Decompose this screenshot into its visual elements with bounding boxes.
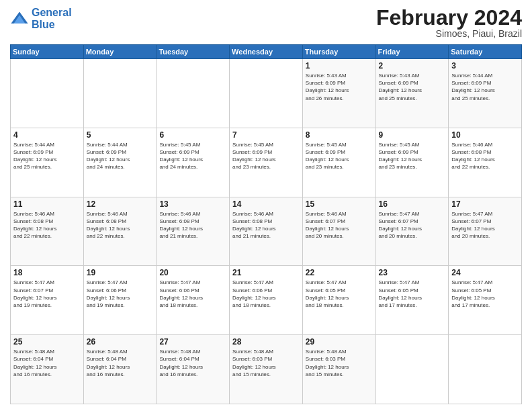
day-info: Sunrise: 5:44 AM Sunset: 6:09 PM Dayligh… [451,72,519,102]
day-info: Sunrise: 5:46 AM Sunset: 6:08 PM Dayligh… [159,210,226,240]
day-number: 21 [232,268,300,277]
col-monday: Monday [83,45,157,59]
day-number: 24 [451,268,519,277]
calendar-week-5: 25Sunrise: 5:48 AM Sunset: 6:04 PM Dayli… [11,335,522,404]
day-info: Sunrise: 5:47 AM Sunset: 6:07 PM Dayligh… [379,210,446,240]
calendar-cell: 11Sunrise: 5:46 AM Sunset: 6:08 PM Dayli… [11,197,84,266]
day-number: 14 [232,199,300,209]
calendar-cell: 16Sunrise: 5:47 AM Sunset: 6:07 PM Dayli… [375,197,449,266]
calendar-cell: 8Sunrise: 5:45 AM Sunset: 6:09 PM Daylig… [302,128,375,197]
day-number: 2 [379,61,446,71]
calendar-cell: 28Sunrise: 5:48 AM Sunset: 6:03 PM Dayli… [230,335,303,404]
calendar-cell: 5Sunrise: 5:44 AM Sunset: 6:09 PM Daylig… [83,128,157,197]
calendar-header: Sunday Monday Tuesday Wednesday Thursday… [11,45,522,59]
calendar-cell [157,59,230,128]
calendar-cell: 12Sunrise: 5:46 AM Sunset: 6:08 PM Dayli… [83,197,157,266]
day-info: Sunrise: 5:47 AM Sunset: 6:06 PM Dayligh… [87,279,154,309]
calendar-cell: 10Sunrise: 5:46 AM Sunset: 6:08 PM Dayli… [449,128,522,197]
calendar-body: 1Sunrise: 5:43 AM Sunset: 6:09 PM Daylig… [11,59,522,404]
logo: General Blue [10,7,72,31]
day-number: 1 [306,61,373,71]
col-wednesday: Wednesday [230,45,303,59]
calendar-cell: 18Sunrise: 5:47 AM Sunset: 6:07 PM Dayli… [11,266,84,335]
calendar-cell: 6Sunrise: 5:45 AM Sunset: 6:09 PM Daylig… [157,128,230,197]
calendar-cell: 24Sunrise: 5:47 AM Sunset: 6:05 PM Dayli… [449,266,522,335]
day-info: Sunrise: 5:45 AM Sunset: 6:09 PM Dayligh… [159,141,226,171]
day-number: 11 [13,199,81,209]
calendar-cell: 2Sunrise: 5:43 AM Sunset: 6:09 PM Daylig… [375,59,449,128]
col-sunday: Sunday [11,45,84,59]
col-thursday: Thursday [302,45,375,59]
day-number: 18 [13,268,81,277]
day-info: Sunrise: 5:43 AM Sunset: 6:09 PM Dayligh… [379,72,446,102]
calendar-cell: 19Sunrise: 5:47 AM Sunset: 6:06 PM Dayli… [83,266,157,335]
calendar-cell [83,59,157,128]
calendar-cell: 9Sunrise: 5:45 AM Sunset: 6:09 PM Daylig… [375,128,449,197]
day-info: Sunrise: 5:47 AM Sunset: 6:06 PM Dayligh… [159,279,226,309]
calendar-cell: 1Sunrise: 5:43 AM Sunset: 6:09 PM Daylig… [302,59,375,128]
day-number: 13 [159,199,226,209]
day-info: Sunrise: 5:46 AM Sunset: 6:08 PM Dayligh… [232,210,300,240]
day-number: 19 [87,268,154,277]
calendar-cell: 4Sunrise: 5:44 AM Sunset: 6:09 PM Daylig… [11,128,84,197]
day-info: Sunrise: 5:48 AM Sunset: 6:04 PM Dayligh… [87,348,154,378]
day-info: Sunrise: 5:43 AM Sunset: 6:09 PM Dayligh… [306,72,373,102]
calendar-cell: 14Sunrise: 5:46 AM Sunset: 6:08 PM Dayli… [230,197,303,266]
day-info: Sunrise: 5:47 AM Sunset: 6:07 PM Dayligh… [13,279,81,309]
day-number: 20 [159,268,226,277]
calendar-week-2: 4Sunrise: 5:44 AM Sunset: 6:09 PM Daylig… [11,128,522,197]
calendar-cell: 13Sunrise: 5:46 AM Sunset: 6:08 PM Dayli… [157,197,230,266]
col-saturday: Saturday [449,45,522,59]
location-subtitle: Simoes, Piaui, Brazil [376,28,522,39]
page: General Blue February 2024 Simoes, Piaui… [0,0,532,411]
day-info: Sunrise: 5:48 AM Sunset: 6:03 PM Dayligh… [306,348,373,378]
day-number: 29 [306,337,373,347]
calendar-cell: 25Sunrise: 5:48 AM Sunset: 6:04 PM Dayli… [11,335,84,404]
day-info: Sunrise: 5:44 AM Sunset: 6:09 PM Dayligh… [13,141,81,171]
calendar-cell: 3Sunrise: 5:44 AM Sunset: 6:09 PM Daylig… [449,59,522,128]
day-number: 15 [306,199,373,209]
col-tuesday: Tuesday [157,45,230,59]
day-number: 7 [232,130,300,140]
calendar-week-4: 18Sunrise: 5:47 AM Sunset: 6:07 PM Dayli… [11,266,522,335]
calendar-cell [449,335,522,404]
day-info: Sunrise: 5:46 AM Sunset: 6:08 PM Dayligh… [451,141,519,171]
day-info: Sunrise: 5:47 AM Sunset: 6:06 PM Dayligh… [232,279,300,309]
logo-icon [10,9,29,28]
day-info: Sunrise: 5:48 AM Sunset: 6:04 PM Dayligh… [159,348,226,378]
header-row: Sunday Monday Tuesday Wednesday Thursday… [11,45,522,59]
calendar-cell: 22Sunrise: 5:47 AM Sunset: 6:05 PM Dayli… [302,266,375,335]
day-number: 8 [306,130,373,140]
day-number: 23 [379,268,446,277]
day-info: Sunrise: 5:47 AM Sunset: 6:05 PM Dayligh… [306,279,373,309]
day-info: Sunrise: 5:47 AM Sunset: 6:05 PM Dayligh… [379,279,446,309]
day-info: Sunrise: 5:48 AM Sunset: 6:03 PM Dayligh… [232,348,300,378]
calendar-cell [230,59,303,128]
calendar-cell: 23Sunrise: 5:47 AM Sunset: 6:05 PM Dayli… [375,266,449,335]
day-number: 4 [13,130,81,140]
calendar-cell: 27Sunrise: 5:48 AM Sunset: 6:04 PM Dayli… [157,335,230,404]
day-info: Sunrise: 5:47 AM Sunset: 6:05 PM Dayligh… [451,279,519,309]
day-info: Sunrise: 5:46 AM Sunset: 6:07 PM Dayligh… [306,210,373,240]
header: General Blue February 2024 Simoes, Piaui… [10,7,522,39]
day-info: Sunrise: 5:48 AM Sunset: 6:04 PM Dayligh… [13,348,81,378]
day-number: 9 [379,130,446,140]
col-friday: Friday [375,45,449,59]
calendar-cell: 21Sunrise: 5:47 AM Sunset: 6:06 PM Dayli… [230,266,303,335]
calendar-week-3: 11Sunrise: 5:46 AM Sunset: 6:08 PM Dayli… [11,197,522,266]
month-title: February 2024 [376,7,522,28]
day-number: 27 [159,337,226,347]
day-info: Sunrise: 5:46 AM Sunset: 6:08 PM Dayligh… [87,210,154,240]
day-info: Sunrise: 5:45 AM Sunset: 6:09 PM Dayligh… [379,141,446,171]
day-info: Sunrise: 5:45 AM Sunset: 6:09 PM Dayligh… [232,141,300,171]
day-info: Sunrise: 5:47 AM Sunset: 6:07 PM Dayligh… [451,210,519,240]
day-number: 10 [451,130,519,140]
calendar-cell: 29Sunrise: 5:48 AM Sunset: 6:03 PM Dayli… [302,335,375,404]
calendar-cell: 26Sunrise: 5:48 AM Sunset: 6:04 PM Dayli… [83,335,157,404]
logo-text: General Blue [32,7,72,31]
calendar-cell: 17Sunrise: 5:47 AM Sunset: 6:07 PM Dayli… [449,197,522,266]
day-info: Sunrise: 5:44 AM Sunset: 6:09 PM Dayligh… [87,141,154,171]
day-info: Sunrise: 5:46 AM Sunset: 6:08 PM Dayligh… [13,210,81,240]
day-number: 25 [13,337,81,347]
calendar-cell [11,59,84,128]
